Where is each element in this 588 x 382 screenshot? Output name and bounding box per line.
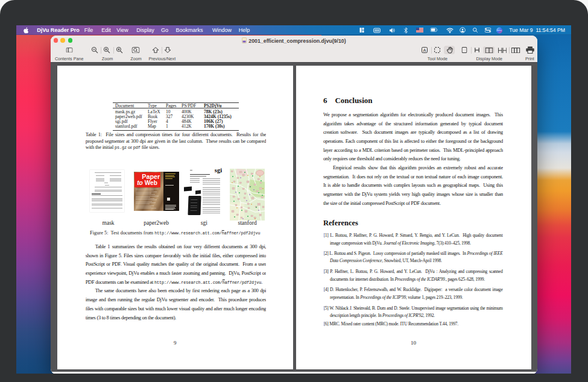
svg-text:A: A [423,48,426,53]
